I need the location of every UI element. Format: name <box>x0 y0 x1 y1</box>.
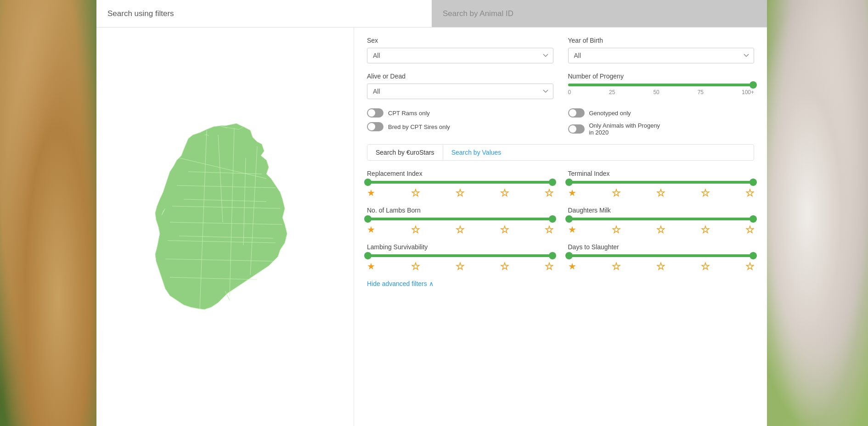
lambing-surv-thumb-left[interactable] <box>364 252 372 259</box>
daughters-milk-fill <box>568 218 755 220</box>
terminal-thumb-right[interactable] <box>750 179 757 186</box>
map-panel <box>96 28 354 426</box>
lambs-born-group: No. of Lambs Born ★ ★ ★ ★ ★ <box>367 207 553 235</box>
lambs-born-fill <box>367 218 553 220</box>
days-slaughter-thumb-left[interactable] <box>565 252 573 259</box>
days-slaughter-star-1[interactable]: ★ <box>568 261 576 272</box>
sheep-left-decoration <box>0 0 96 426</box>
daughters-milk-stars: ★ ★ ★ ★ ★ <box>568 224 755 235</box>
replacement-thumb-right[interactable] <box>549 179 556 186</box>
sex-select[interactable]: All Male Female <box>367 48 553 63</box>
terminal-stars: ★ ★ ★ ★ ★ <box>568 187 755 198</box>
lambing-surv-star-1[interactable]: ★ <box>367 261 375 272</box>
index-row-2: No. of Lambs Born ★ ★ ★ ★ ★ D <box>367 207 754 235</box>
daughters-milk-thumb-left[interactable] <box>565 215 573 223</box>
lambs-born-slider[interactable] <box>367 218 553 220</box>
lambing-surv-fill <box>367 254 553 257</box>
days-slaughter-star-3[interactable]: ★ <box>657 261 665 272</box>
days-slaughter-label: Days to Slaughter <box>568 243 755 251</box>
main-panel: Search using filters Search by Animal ID <box>96 0 767 426</box>
alive-or-dead-select[interactable]: All Alive Dead <box>367 84 553 99</box>
replacement-star-3[interactable]: ★ <box>456 187 464 198</box>
lambs-born-star-4[interactable]: ★ <box>501 224 509 235</box>
lambs-born-thumb-left[interactable] <box>364 215 372 223</box>
replacement-slider[interactable] <box>367 181 553 184</box>
number-of-progeny-label: Number of Progeny <box>568 73 755 80</box>
terminal-thumb-left[interactable] <box>565 179 573 186</box>
filter-group-year: Year of Birth All 2020 2019 2018 2017 <box>568 37 755 63</box>
hide-filters-link[interactable]: Hide advanced filters ∧ <box>367 280 754 287</box>
daughters-milk-star-3[interactable]: ★ <box>657 224 665 235</box>
header-tabs: Search using filters Search by Animal ID <box>96 0 767 28</box>
replacement-stars: ★ ★ ★ ★ ★ <box>367 187 553 198</box>
lambing-surv-thumb-right[interactable] <box>549 252 556 259</box>
slider-label-0: 0 <box>568 89 571 95</box>
alive-or-dead-label: Alive or Dead <box>367 73 553 80</box>
lambs-born-star-5[interactable]: ★ <box>545 224 553 235</box>
bred-by-cpt-toggle[interactable] <box>367 122 383 131</box>
lambing-surv-star-3[interactable]: ★ <box>456 261 464 272</box>
terminal-index-group: Terminal Index ★ ★ ★ ★ ★ <box>568 170 755 198</box>
bred-by-cpt-label: Bred by CPT Sires only <box>388 123 450 130</box>
days-slaughter-thumb-right[interactable] <box>750 252 757 259</box>
daughters-milk-thumb-right[interactable] <box>750 215 757 223</box>
genotyped-toggle[interactable] <box>568 108 585 118</box>
genotyped-label: Genotyped only <box>589 110 631 117</box>
lambs-born-thumb-right[interactable] <box>549 215 556 223</box>
progeny-slider-fill <box>568 84 755 86</box>
slider-label-25: 25 <box>609 89 615 95</box>
lambs-born-star-2[interactable]: ★ <box>411 224 420 235</box>
progeny-slider-thumb[interactable] <box>750 81 757 89</box>
terminal-slider[interactable] <box>568 181 755 184</box>
lambing-surv-slider[interactable] <box>367 254 553 257</box>
index-row-3: Lambing Survivability ★ ★ ★ ★ ★ <box>367 243 754 272</box>
lambing-surv-star-2[interactable]: ★ <box>411 261 420 272</box>
daughters-milk-star-4[interactable]: ★ <box>701 224 710 235</box>
only-animals-label: Only Animals with Progeny in 2020 <box>589 122 660 136</box>
ireland-map[interactable] <box>133 117 317 337</box>
progeny-slider-labels: 0 25 50 75 100+ <box>568 89 755 95</box>
daughters-milk-star-2[interactable]: ★ <box>612 224 620 235</box>
filter-row-sex-year: Sex All Male Female Year of Birth All 20… <box>367 37 754 63</box>
only-animals-toggle[interactable] <box>568 124 585 134</box>
lambs-born-star-1[interactable]: ★ <box>367 224 375 235</box>
daughters-milk-star-5[interactable]: ★ <box>746 224 754 235</box>
tab-search-filters[interactable]: Search using filters <box>96 0 432 27</box>
replacement-fill <box>367 181 553 184</box>
terminal-star-5[interactable]: ★ <box>746 187 754 198</box>
tab-search-animal-id[interactable]: Search by Animal ID <box>432 0 767 27</box>
search-tabs: Search by €uroStars Search by Values <box>367 144 754 161</box>
lambs-born-stars: ★ ★ ★ ★ ★ <box>367 224 553 235</box>
tab-values[interactable]: Search by Values <box>443 145 510 160</box>
lambs-born-star-3[interactable]: ★ <box>456 224 464 235</box>
lambing-surv-star-5[interactable]: ★ <box>545 261 553 272</box>
lambing-surv-star-4[interactable]: ★ <box>501 261 509 272</box>
year-of-birth-select[interactable]: All 2020 2019 2018 2017 <box>568 48 755 63</box>
toggle-cpt-rams: CPT Rams only <box>367 108 553 118</box>
days-slaughter-star-5[interactable]: ★ <box>746 261 754 272</box>
daughters-milk-slider[interactable] <box>568 218 755 220</box>
terminal-star-4[interactable]: ★ <box>701 187 710 198</box>
tab-eurostars[interactable]: Search by €uroStars <box>367 145 443 160</box>
toggle-group-right: Genotyped only Only Animals with Progeny… <box>568 108 755 136</box>
replacement-thumb-left[interactable] <box>364 179 372 186</box>
replacement-star-1[interactable]: ★ <box>367 187 375 198</box>
daughters-milk-star-1[interactable]: ★ <box>568 224 576 235</box>
terminal-star-1[interactable]: ★ <box>568 187 576 198</box>
terminal-star-2[interactable]: ★ <box>612 187 620 198</box>
terminal-fill <box>568 181 755 184</box>
replacement-star-4[interactable]: ★ <box>501 187 509 198</box>
replacement-star-2[interactable]: ★ <box>411 187 420 198</box>
replacement-star-5[interactable]: ★ <box>545 187 553 198</box>
replacement-index-label: Replacement Index <box>367 170 553 177</box>
filter-row-alive-progeny: Alive or Dead All Alive Dead Number of P… <box>367 73 754 99</box>
terminal-star-3[interactable]: ★ <box>657 187 665 198</box>
days-slaughter-group: Days to Slaughter ★ ★ ★ ★ ★ <box>568 243 755 272</box>
progeny-slider-track[interactable] <box>568 84 755 86</box>
filter-panel: Sex All Male Female Year of Birth All 20… <box>354 28 767 426</box>
days-slaughter-star-2[interactable]: ★ <box>612 261 620 272</box>
days-slaughter-star-4[interactable]: ★ <box>701 261 710 272</box>
cpt-rams-toggle[interactable] <box>367 108 383 118</box>
days-slaughter-slider[interactable] <box>568 254 755 257</box>
toggle-row: CPT Rams only Bred by CPT Sires only Gen… <box>367 108 754 136</box>
